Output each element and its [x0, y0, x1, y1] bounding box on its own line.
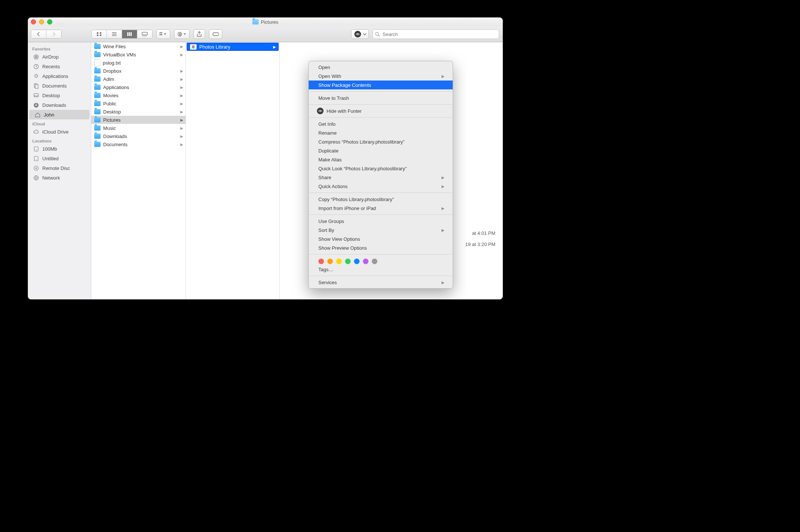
column-1[interactable]: Wine Files▶VirtualBox VMs▶pslog.txtDropb… — [91, 42, 186, 299]
zoom-button[interactable] — [47, 19, 52, 24]
list-item[interactable]: Wine Files▶ — [91, 42, 186, 50]
disclosure-arrow-icon: ▶ — [180, 110, 183, 114]
forward-button[interactable] — [46, 30, 61, 38]
svg-rect-2 — [97, 35, 98, 36]
tag-dot[interactable] — [363, 259, 368, 264]
menu-item-label: Open With — [318, 73, 442, 79]
menu-item[interactable]: Open With▶ — [309, 72, 453, 81]
sidebar-item-label: Desktop — [42, 93, 60, 98]
back-button[interactable] — [31, 30, 46, 38]
disc-icon — [33, 165, 39, 171]
column-view-button[interactable] — [122, 30, 137, 38]
list-item[interactable]: Public▶ — [91, 99, 186, 108]
folder-icon — [94, 68, 101, 73]
tag-dot[interactable] — [372, 259, 377, 264]
menu-item[interactable]: Hide with Funter — [309, 106, 453, 115]
tag-dot[interactable] — [327, 259, 333, 264]
list-item[interactable]: Dropbox▶ — [91, 67, 186, 75]
sidebar-item-desktop[interactable]: Desktop — [28, 91, 91, 100]
menu-item[interactable]: Rename — [309, 128, 453, 137]
list-view-button[interactable] — [107, 30, 122, 38]
menu-item[interactable]: Quick Actions▶ — [309, 182, 453, 191]
list-item[interactable]: Desktop▶ — [91, 108, 186, 116]
menu-item[interactable]: Duplicate — [309, 146, 453, 155]
menu-item[interactable]: Import from iPhone or iPad▶ — [309, 204, 453, 213]
menu-item-tags[interactable]: Tags… — [309, 265, 453, 274]
menu-item[interactable]: Compress “Photos Library.photoslibrary” — [309, 137, 453, 146]
menu-item-services[interactable]: Services▶ — [309, 278, 453, 287]
submenu-arrow-icon: ▶ — [442, 280, 445, 285]
disclosure-arrow-icon: ▶ — [180, 69, 183, 73]
close-button[interactable] — [31, 19, 36, 24]
svg-point-19 — [179, 33, 181, 35]
sidebar-item-icloud-drive[interactable]: iCloud Drive — [28, 127, 91, 137]
menu-item[interactable]: Show Package Contents — [309, 81, 453, 89]
list-item[interactable]: Downloads▶ — [91, 132, 186, 140]
list-item[interactable]: Adlm▶ — [91, 75, 186, 83]
folder-icon — [94, 85, 101, 90]
list-item-label: Public — [103, 101, 178, 106]
list-item[interactable]: Pictures▶ — [91, 116, 186, 124]
sidebar-item-airdrop[interactable]: AirDrop — [28, 52, 91, 62]
sidebar-item-recents[interactable]: Recents — [28, 62, 91, 71]
list-item[interactable]: Movies▶ — [91, 91, 186, 99]
svg-rect-11 — [142, 36, 143, 36]
list-item[interactable]: VirtualBox VMs▶ — [91, 50, 186, 59]
tag-dot[interactable] — [336, 259, 342, 264]
gallery-view-button[interactable] — [137, 30, 152, 38]
menu-item-label: Sort By — [318, 227, 442, 233]
list-item-label: Downloads — [103, 134, 178, 139]
menu-item[interactable]: Show Preview Options — [309, 243, 453, 252]
menu-item[interactable]: Show View Options — [309, 234, 453, 243]
sidebar-item-untitled[interactable]: Untitled — [28, 154, 91, 163]
list-item[interactable]: Music▶ — [91, 124, 186, 132]
sidebar-item-john[interactable]: John — [29, 110, 89, 119]
home-icon — [35, 112, 41, 118]
tags-button[interactable] — [209, 29, 222, 39]
svg-rect-8 — [129, 32, 130, 36]
list-item[interactable]: pslog.txt — [91, 59, 186, 67]
folder-icon — [94, 134, 101, 139]
menu-item[interactable]: Get Info — [309, 119, 453, 128]
menu-item-label: Compress “Photos Library.photoslibrary” — [318, 139, 445, 145]
action-button[interactable] — [174, 29, 190, 39]
disclosure-arrow-icon: ▶ — [180, 118, 183, 122]
menu-separator — [309, 91, 452, 92]
menu-item[interactable]: Open — [309, 63, 453, 72]
tag-dot[interactable] — [318, 259, 324, 264]
menu-item[interactable]: Make Alias — [309, 155, 453, 164]
menu-item[interactable]: Sort By▶ — [309, 226, 453, 234]
menu-item-label: Get Info — [318, 121, 445, 127]
sidebar-item-documents[interactable]: Documents — [28, 81, 91, 91]
column-2[interactable]: Photos Library▶ — [186, 42, 280, 299]
minimize-button[interactable] — [39, 19, 44, 24]
menu-item[interactable]: Copy “Photos Library.photoslibrary” — [309, 195, 453, 204]
funter-toolbar-button[interactable] — [351, 29, 369, 39]
list-item[interactable]: Photos Library▶ — [187, 43, 279, 51]
svg-line-22 — [378, 35, 380, 36]
sidebar-item-network[interactable]: Network — [28, 173, 91, 183]
menu-item-label: Share — [318, 175, 442, 180]
group-by-button[interactable] — [156, 29, 170, 39]
tag-dot[interactable] — [354, 259, 360, 264]
sidebar-item-downloads[interactable]: Downloads — [28, 100, 91, 110]
svg-rect-9 — [131, 32, 132, 36]
icon-view-button[interactable] — [92, 30, 107, 38]
svg-rect-18 — [161, 34, 162, 35]
list-item-label: Wine Files — [103, 44, 178, 49]
sidebar-item-remote-disc[interactable]: Remote Disc — [28, 163, 91, 173]
search-input[interactable] — [382, 31, 496, 37]
menu-item[interactable]: Quick Look “Photos Library.photoslibrary… — [309, 164, 453, 173]
applications-icon — [33, 73, 39, 79]
sidebar-item-100mb[interactable]: 100Mb — [28, 144, 91, 154]
list-item[interactable]: Documents▶ — [91, 140, 186, 148]
tag-dot[interactable] — [345, 259, 351, 264]
list-item[interactable]: Applications▶ — [91, 83, 186, 91]
menu-item[interactable]: Move to Trash — [309, 93, 453, 102]
sidebar-item-applications[interactable]: Applications — [28, 71, 91, 81]
search-field[interactable] — [373, 29, 499, 39]
folder-icon — [94, 52, 101, 57]
menu-item[interactable]: Share▶ — [309, 173, 453, 182]
menu-item[interactable]: Use Groups — [309, 217, 453, 226]
share-button[interactable] — [193, 29, 205, 39]
